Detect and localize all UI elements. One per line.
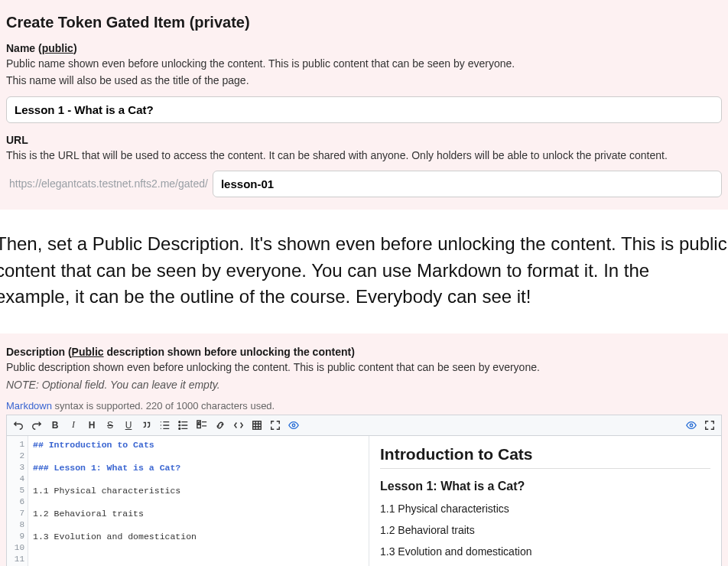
code-line[interactable]: 1.2 Behavioral traits — [33, 508, 364, 519]
desc-label-suffix: description shown before unlocking the c… — [104, 346, 355, 358]
line-number: 7 — [7, 508, 24, 519]
editor-body: 1234567891011121314 ## Introduction to C… — [7, 436, 721, 566]
svg-point-6 — [292, 424, 295, 427]
code-line[interactable]: ### Lesson 1: What is a Cat? — [33, 462, 364, 473]
line-number: 4 — [7, 473, 24, 485]
bold-button[interactable]: B — [48, 418, 62, 432]
preview-toggle-icon[interactable] — [287, 418, 301, 432]
desc-label-prefix: Description ( — [6, 346, 72, 358]
markdown-editor: B I H S U 1234567891011121314 ## Introdu… — [6, 415, 722, 566]
preview-h2: Introduction to Cats — [380, 445, 710, 469]
code-icon[interactable] — [232, 418, 245, 432]
url-help: This is the URL that will be used to acc… — [6, 148, 722, 163]
line-number: 8 — [7, 519, 24, 531]
undo-icon[interactable] — [11, 418, 25, 432]
line-number-gutter: 1234567891011121314 — [7, 436, 28, 566]
name-label-suffix: ) — [73, 42, 77, 54]
interlude-text: Then, set a Public Description. It's sho… — [0, 210, 728, 333]
markdown-link[interactable]: Markdown — [6, 400, 52, 411]
create-item-form-top: Create Token Gated Item (private) Name (… — [0, 0, 728, 210]
desc-help-1: Public description shown even before unl… — [6, 359, 722, 375]
underline-button[interactable]: U — [122, 418, 135, 432]
line-number: 1 — [7, 439, 24, 451]
table-icon[interactable] — [250, 418, 264, 432]
code-line[interactable]: 1.1 Physical characteristics — [33, 485, 364, 496]
desc-help-2: NOTE: Optional field. You can leave it e… — [6, 377, 722, 392]
url-input[interactable] — [213, 171, 722, 197]
ordered-list-icon[interactable] — [158, 418, 172, 432]
strike-button[interactable]: S — [103, 418, 117, 432]
preview-h3: Lesson 1: What is a Cat? — [380, 480, 710, 493]
line-number: 9 — [7, 531, 24, 542]
code-line[interactable] — [33, 473, 364, 485]
line-number: 6 — [7, 496, 24, 508]
expand-icon[interactable] — [268, 418, 282, 432]
url-row: https://elegantcats.testnet.nfts2.me/gat… — [6, 171, 722, 197]
task-list-icon[interactable] — [195, 418, 209, 432]
description-label: Description (Public description shown be… — [6, 346, 722, 358]
markdown-preview: Introduction to Cats Lesson 1: What is a… — [369, 436, 721, 566]
url-prefix: https://elegantcats.testnet.nfts2.me/gat… — [6, 171, 213, 197]
preview-p3: 1.3 Evolution and domestication — [380, 545, 710, 558]
code-line[interactable]: 1.3 Evolution and domestication — [33, 531, 364, 542]
name-label-prefix: Name ( — [6, 42, 42, 54]
quote-icon[interactable] — [140, 418, 154, 432]
redo-icon[interactable] — [30, 418, 44, 432]
name-help-1: Public name shown even before unlocking … — [6, 56, 722, 71]
line-number: 10 — [7, 542, 24, 554]
line-number: 5 — [7, 485, 24, 496]
svg-point-2 — [179, 428, 180, 429]
line-number: 2 — [7, 451, 24, 462]
fullscreen-icon[interactable] — [703, 418, 717, 432]
url-label: URL — [6, 134, 722, 146]
italic-button[interactable]: I — [67, 418, 80, 432]
preview-p1: 1.1 Physical characteristics — [380, 503, 710, 515]
svg-rect-4 — [197, 424, 200, 428]
link-icon[interactable] — [213, 418, 227, 432]
code-line[interactable] — [33, 554, 364, 565]
line-number: 3 — [7, 462, 24, 473]
name-label-public: public — [42, 42, 73, 54]
page-title: Create Token Gated Item (private) — [6, 14, 722, 31]
code-line[interactable] — [33, 451, 364, 462]
code-line[interactable] — [33, 542, 364, 554]
svg-rect-5 — [253, 421, 262, 430]
editor-toolbar: B I H S U — [7, 415, 721, 436]
code-line[interactable] — [33, 519, 364, 531]
name-input[interactable] — [6, 96, 722, 123]
unordered-list-icon[interactable] — [177, 418, 190, 432]
markdown-info: Markdown syntax is supported. 220 of 100… — [6, 400, 722, 411]
preview-eye-icon[interactable] — [684, 418, 698, 432]
markdown-textarea[interactable]: ## Introduction to Cats ### Lesson 1: Wh… — [28, 436, 369, 566]
svg-point-1 — [179, 424, 180, 426]
code-line[interactable]: ## Introduction to Cats — [33, 439, 364, 451]
markdown-rest: syntax is supported. 220 of 1000 charact… — [52, 400, 275, 411]
preview-p2: 1.2 Behavioral traits — [380, 524, 710, 536]
svg-point-0 — [179, 421, 180, 423]
description-section: Description (Public description shown be… — [0, 333, 728, 566]
heading-button[interactable]: H — [85, 418, 99, 432]
line-number: 11 — [7, 554, 24, 565]
desc-label-public: Public — [72, 346, 104, 358]
code-line[interactable] — [33, 496, 364, 508]
svg-point-7 — [690, 424, 693, 427]
name-label: Name (public) — [6, 42, 722, 54]
name-help-2: This name will also be used as the title… — [6, 73, 722, 88]
